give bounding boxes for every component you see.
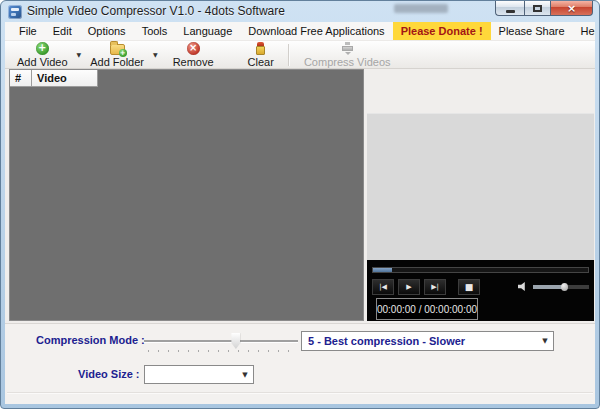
player-buttons-row: |◀ ▶ ▶| ■ (372, 278, 589, 295)
toolbar-separator (288, 44, 290, 66)
minimize-button[interactable] (495, 1, 524, 16)
close-icon: × (567, 2, 576, 15)
compression-dropdown-arrow-icon: ▼ (537, 337, 553, 345)
app-window: Simple Video Compressor V1.0 - 4dots Sof… (0, 0, 600, 409)
maximize-icon (533, 5, 542, 12)
seek-bar[interactable] (372, 267, 589, 273)
toolbar: + Add Video ▼ + Add Folder ▼ × Remove Cl… (5, 41, 595, 69)
add-video-label: Add Video (17, 56, 68, 68)
remove-label: Remove (173, 56, 214, 68)
slider-ticks (148, 350, 294, 352)
menu-help[interactable]: Help (573, 22, 595, 40)
add-folder-button[interactable]: + Add Folder (82, 42, 152, 68)
video-list[interactable]: # Video (9, 69, 364, 321)
compression-mode-label: Compression Mode : (36, 334, 145, 346)
compress-videos-button[interactable]: Compress Videos (296, 42, 399, 68)
menu-options[interactable]: Options (80, 22, 134, 40)
menu-file[interactable]: File (11, 22, 45, 40)
volume-thumb[interactable] (561, 283, 568, 291)
slider-thumb[interactable] (231, 333, 240, 349)
settings-panel: Compression Mode : 5 - Best compression … (5, 323, 595, 404)
video-size-dropdown-arrow-icon: ▼ (237, 371, 253, 379)
compress-videos-label: Compress Videos (304, 56, 391, 68)
clear-button[interactable]: Clear (240, 42, 282, 68)
titlebar-watermark-blur (394, 4, 448, 13)
player-controls: |◀ ▶ ▶| ■ 00:00:00 / 00:00:00:00 (367, 260, 594, 321)
video-size-label: Video Size : (78, 368, 140, 380)
menu-tools[interactable]: Tools (134, 22, 176, 40)
compression-mode-slider[interactable] (144, 330, 298, 356)
menu-language[interactable]: Language (175, 22, 240, 40)
speaker-icon[interactable] (518, 282, 528, 292)
add-video-icon: + (36, 42, 49, 55)
video-list-header: # Video (10, 70, 363, 87)
app-icon (8, 5, 22, 19)
seek-progress (373, 268, 392, 272)
compress-videos-icon (341, 42, 354, 55)
compression-mode-select[interactable]: 5 - Best compression - Slower ▼ (301, 331, 554, 351)
volume-slider[interactable] (533, 285, 589, 289)
column-header-video[interactable]: Video (32, 70, 98, 87)
add-folder-dropdown-caret-icon[interactable]: ▼ (153, 51, 158, 58)
skip-end-button[interactable]: ▶| (424, 279, 446, 295)
clear-label: Clear (248, 56, 274, 68)
skip-start-button[interactable]: |◀ (372, 279, 394, 295)
add-video-dropdown-caret-icon[interactable]: ▼ (77, 51, 82, 58)
menu-please-donate[interactable]: Please Donate ! (393, 22, 491, 40)
add-folder-icon: + (110, 44, 125, 55)
time-display: 00:00:00 / 00:00:00:00 (376, 298, 478, 320)
menu-please-share[interactable]: Please Share (491, 22, 573, 40)
video-size-select[interactable]: ▼ (144, 365, 254, 384)
window-title: Simple Video Compressor V1.0 - 4dots Sof… (27, 1, 285, 22)
clear-icon (256, 42, 265, 55)
column-header-number[interactable]: # (10, 70, 32, 87)
slider-track (144, 340, 298, 343)
client-area: File Edit Options Tools Language Downloa… (5, 22, 595, 404)
window-controls: × (495, 1, 593, 16)
menu-download-free-applications[interactable]: Download Free Applications (240, 22, 392, 40)
volume-fill (533, 285, 564, 289)
panel-divider (7, 392, 593, 394)
play-button[interactable]: ▶ (398, 279, 420, 295)
remove-icon: × (187, 42, 200, 55)
video-preview-area (367, 113, 594, 261)
stop-button[interactable]: ■ (458, 279, 480, 295)
minimize-icon (506, 10, 515, 13)
menu-edit[interactable]: Edit (45, 22, 80, 40)
compression-mode-value: 5 - Best compression - Slower (302, 335, 537, 347)
maximize-button[interactable] (524, 1, 551, 16)
titlebar[interactable]: Simple Video Compressor V1.0 - 4dots Sof… (1, 1, 599, 22)
close-button[interactable]: × (551, 1, 593, 16)
add-video-button[interactable]: + Add Video (9, 42, 76, 68)
menu-bar: File Edit Options Tools Language Downloa… (5, 22, 595, 41)
add-folder-label: Add Folder (90, 56, 144, 68)
volume-group (518, 282, 589, 292)
remove-button[interactable]: × Remove (165, 42, 222, 68)
